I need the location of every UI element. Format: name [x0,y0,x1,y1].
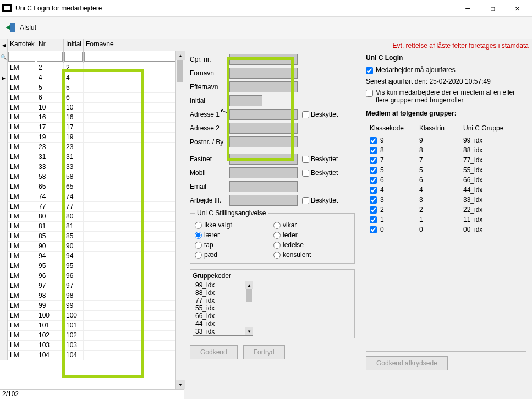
input-arbejde[interactable] [229,195,298,206]
table-row[interactable]: LM9999 [0,301,184,311]
chk-arbejde-beskyttet[interactable] [302,197,309,204]
gk-scroll-thumb[interactable] [246,289,252,302]
table-row[interactable]: LM3333 [0,162,184,172]
gruppekode-item[interactable]: 88_idx [193,289,253,297]
chk-vis-kun[interactable] [366,90,373,97]
col-nr[interactable]: Nr [36,39,64,51]
input-adresse2[interactable] [229,123,298,134]
scroll-up-icon[interactable]: ▲ [176,51,185,60]
table-row[interactable]: LM104104 [0,351,184,360]
grid-scrollbar-v[interactable]: ▲ ▼ [175,51,184,389]
table-row[interactable]: LM100100 [0,311,184,321]
input-initial[interactable] [229,95,262,106]
table-row[interactable]: LM9898 [0,291,184,301]
table-row[interactable]: LM8585 [0,232,184,242]
grid-body[interactable]: LM22LM44LM55LM66LM1010LM1616LM1717LM1919… [0,63,184,389]
gk-scroll-up-icon[interactable]: ▲ [245,281,253,289]
chk-mobil-beskyttet[interactable] [302,170,309,177]
col-kartotek[interactable]: Kartotek [8,39,36,51]
table-row[interactable]: LM9797 [0,281,184,291]
input-email[interactable] [229,181,298,192]
group-checkbox[interactable] [370,216,377,223]
table-row[interactable]: LM55 [0,83,184,93]
col-initial[interactable]: Initial [64,39,84,51]
maximize-button[interactable]: ☐ [480,1,505,16]
gruppekode-item[interactable]: 99_idx [193,281,253,289]
group-checkbox[interactable] [370,157,377,164]
radio-konsulent[interactable]: konsulent [273,251,350,259]
row-selector-header[interactable]: ◂ [0,39,8,51]
group-checkbox[interactable] [370,147,377,154]
table-row[interactable]: LM1010 [0,103,184,113]
table-row[interactable]: LM7777 [0,202,184,212]
group-checkbox[interactable] [370,206,377,214]
table-row[interactable]: LM22 [0,63,184,73]
gruppekode-item[interactable]: 66_idx [193,312,253,320]
table-row[interactable]: LM6565 [0,182,184,192]
radio-leder[interactable]: leder [273,231,350,239]
radio-ledelse[interactable]: ledelse [273,241,350,249]
radio-ikke-valgt[interactable]: Ikke valgt [195,221,271,229]
close-button[interactable]: ✕ [505,1,530,16]
table-row[interactable]: LM9595 [0,261,184,271]
table-row[interactable]: LM8181 [0,222,184,232]
group-checkbox[interactable] [370,167,377,174]
group-checkbox[interactable] [370,196,377,204]
fortryd-button[interactable]: Fortryd [243,345,285,359]
row-marker [0,351,8,360]
chk-ajourfoeres[interactable] [366,67,373,74]
input-efternavn[interactable] [229,81,298,92]
input-adresse1[interactable] [229,109,298,120]
table-row[interactable]: LM1616 [0,113,184,123]
input-fornavn[interactable] [229,68,298,79]
table-row[interactable]: LM3131 [0,152,184,162]
radio-laerer[interactable]: lærer [195,231,271,239]
gk-scroll-down-icon[interactable]: ▼ [245,327,253,335]
radio-vikar[interactable]: vikar [273,221,350,229]
filter-nr[interactable] [37,52,63,62]
filter-fornavne[interactable] [84,52,183,62]
table-row[interactable]: LM66 [0,93,184,103]
cell-nr: 5 [36,83,64,92]
table-row[interactable]: LM9696 [0,271,184,281]
col-fornavne[interactable]: Fornavne [84,39,184,51]
table-row[interactable]: LM8080 [0,212,184,222]
table-row[interactable]: LM102102 [0,331,184,341]
table-row[interactable]: LM2323 [0,143,184,152]
table-row[interactable]: LM1717 [0,123,184,133]
radio-tap[interactable]: tap [195,241,271,249]
table-row[interactable]: LM5858 [0,172,184,182]
group-checkbox[interactable] [370,177,377,184]
input-fastnet[interactable] [229,154,298,165]
gruppekode-item[interactable]: 55_idx [193,304,253,312]
table-row[interactable]: LM103103 [0,341,184,351]
chk-fastnet-beskyttet[interactable] [302,156,309,163]
gk-scrollbar[interactable]: ▲ ▼ [245,281,253,335]
input-postnr[interactable] [229,136,298,147]
table-row[interactable]: LM1919 [0,133,184,143]
gruppekoder-list[interactable]: 99_idx88_idx77_idx55_idx66_idx44_idx33_i… [193,281,253,336]
chk-adr1-beskyttet[interactable] [302,111,309,118]
gruppekode-item[interactable]: 77_idx [193,297,253,304]
table-row[interactable]: LM9494 [0,252,184,261]
gruppekode-item[interactable]: 44_idx [193,320,253,327]
table-row[interactable]: LM9090 [0,242,184,252]
group-checkbox[interactable] [370,226,377,233]
scroll-down-icon[interactable]: ▼ [176,380,185,389]
scroll-thumb[interactable] [177,60,183,82]
exit-button[interactable]: Afslut [4,21,36,34]
table-row[interactable]: LM7474 [0,192,184,202]
table-row[interactable]: LM44 [0,73,184,83]
minimize-button[interactable]: ─ [456,1,480,16]
gruppekode-item[interactable]: 33_idx [193,327,253,335]
radio-paed[interactable]: pæd [195,251,271,259]
godkend-afkrydsede-button[interactable]: Godkend afkrydsede [366,356,448,370]
input-mobil[interactable] [229,167,298,178]
input-cpr[interactable] [229,54,298,65]
godkend-button[interactable]: Godkend [190,345,238,359]
group-checkbox[interactable] [370,187,377,194]
group-checkbox[interactable] [370,137,377,144]
filter-kartotek[interactable] [8,52,35,62]
filter-initial[interactable] [64,52,83,62]
table-row[interactable]: LM101101 [0,321,184,331]
